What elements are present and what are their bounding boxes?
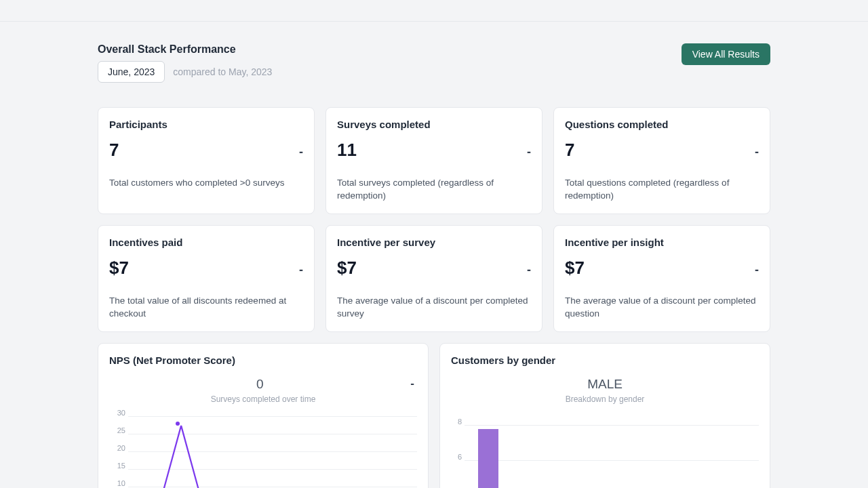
metric-card-incentive-per-insight: Incentive per insight $7 - The average v… [553,225,770,332]
nps-headline-delta: - [410,377,414,390]
metric-card-surveys-completed: Surveys completed 11 - Total surveys com… [326,107,542,214]
period-row: June, 2023 compared to May, 2023 [98,61,272,83]
page-title: Overall Stack Performance [98,43,272,56]
nps-chart-area: 30 25 20 15 10 [109,408,417,488]
metric-desc: The total value of all discounts redeeme… [109,295,303,321]
y-tick: 25 [109,426,125,434]
metric-delta: - [755,145,759,159]
y-tick: 15 [109,462,125,470]
metric-title: Questions completed [565,119,759,130]
nps-data-point [176,422,180,426]
nps-chart-card: NPS (Net Promoter Score) 0 - Surveys com… [98,343,429,488]
period-select[interactable]: June, 2023 [98,61,165,83]
metric-delta: - [527,145,531,159]
metric-desc: Total surveys completed (regardless of r… [337,177,531,203]
y-tick: 8 [451,418,462,426]
metric-desc: Total questions completed (regardless of… [565,177,759,203]
metric-title: Incentive per insight [565,237,759,248]
nps-line [162,426,201,488]
metric-title: Participants [109,119,303,130]
gender-headline-value: MALE [587,377,623,392]
metric-delta: - [755,263,759,277]
main-container: Overall Stack Performance June, 2023 com… [98,22,770,488]
metric-card-incentive-per-survey: Incentive per survey $7 - The average va… [326,225,542,332]
gender-chart-card: Customers by gender MALE Breakdown by ge… [439,343,770,488]
metric-row: 7 - [565,140,759,161]
metric-value: 11 [337,140,357,161]
nps-line-svg [128,408,417,488]
nps-chart-title: NPS (Net Promoter Score) [109,354,417,366]
nps-subtitle: Surveys completed over time [109,394,417,404]
metric-desc: The average value of a discount per comp… [565,295,759,321]
charts-row: NPS (Net Promoter Score) 0 - Surveys com… [98,343,770,488]
metric-title: Surveys completed [337,119,531,130]
metric-title: Incentive per survey [337,237,531,248]
metric-value: $7 [337,258,357,279]
nps-plot [128,408,417,488]
nps-chart-header: 0 - [109,377,417,392]
metric-value: 7 [109,140,119,161]
metric-card-questions-completed: Questions completed 7 - Total questions … [553,107,770,214]
metric-row: $7 - [337,258,531,279]
topbar [0,0,868,22]
y-tick: 20 [109,444,125,452]
compared-text: compared to May, 2023 [173,66,272,77]
metric-card-participants: Participants 7 - Total customers who com… [98,107,315,214]
gender-subtitle: Breakdown by gender [451,394,759,404]
metric-row: 7 - [109,140,303,161]
metric-title: Incentives paid [109,237,303,248]
metric-delta: - [299,263,303,277]
metric-row: 11 - [337,140,531,161]
gender-bar-male [478,429,498,488]
metric-value: 7 [565,140,574,161]
metric-delta: - [527,263,531,277]
y-tick: 30 [109,409,125,417]
metric-value: $7 [109,258,129,279]
gender-plot [465,408,759,488]
metric-card-incentives-paid: Incentives paid $7 - The total value of … [98,225,315,332]
metric-row: $7 - [565,258,759,279]
gender-chart-area: 8 6 4 [451,408,759,488]
metric-value: $7 [565,258,585,279]
metric-row: $7 - [109,258,303,279]
gender-chart-title: Customers by gender [451,354,759,366]
y-tick: 6 [451,453,462,461]
metrics-row-2: Incentives paid $7 - The total value of … [98,225,770,332]
metrics-row-1: Participants 7 - Total customers who com… [98,107,770,214]
view-all-results-button[interactable]: View All Results [682,43,770,65]
metric-delta: - [299,145,303,159]
metric-desc: Total customers who completed >0 surveys [109,177,303,190]
y-tick: 10 [109,479,125,487]
gender-chart-header: MALE [451,377,759,392]
header-row: Overall Stack Performance June, 2023 com… [98,43,770,102]
title-block: Overall Stack Performance June, 2023 com… [98,43,272,102]
nps-headline-value: 0 [256,377,264,392]
metric-desc: The average value of a discount per comp… [337,295,531,321]
